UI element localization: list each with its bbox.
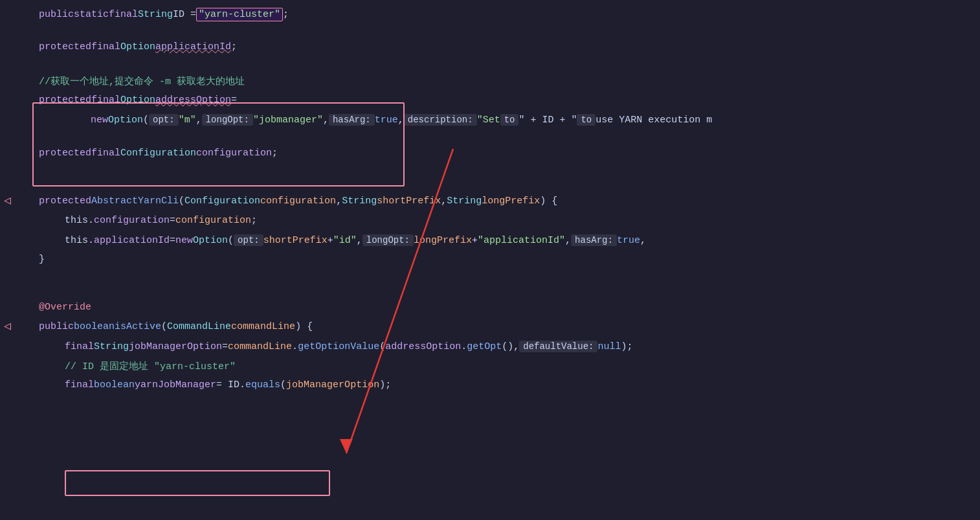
code-line-empty (0, 286, 980, 300)
code-line: @Override (0, 300, 980, 320)
to-keyword-2: to (577, 114, 596, 126)
code-line: final String jobManagerOption = commandL… (0, 339, 980, 359)
code-line: protected final Option addressOption = (0, 93, 980, 113)
gutter-marker: ◁ (4, 196, 13, 205)
code-line-empty (0, 26, 980, 40)
param-label-opt2: opt: (234, 234, 263, 246)
code-line-empty (0, 132, 980, 146)
code-line-empty (0, 272, 980, 286)
code-line: } (0, 253, 980, 272)
string-yarn-cluster: "yarn-cluster" (196, 8, 283, 21)
code-line: final boolean yarnJobManager = ID. equal… (0, 378, 980, 398)
code-line: ◁ protected AbstractYarnCli ( Configurat… (0, 194, 980, 214)
to-keyword-1: to (500, 114, 519, 126)
code-line-comment-cn2: // ID 是固定地址 "yarn-cluster" (0, 359, 980, 378)
param-label-opt: opt: (149, 114, 179, 126)
code-line: protected final Option applicationId ; (0, 40, 980, 60)
annotation-box-2 (65, 470, 330, 496)
code-line: this. applicationId = new Option ( opt: … (0, 233, 980, 253)
param-label-longopt2: longOpt: (362, 234, 414, 246)
code-line-comment: //获取一个地址,提交命令 -m 获取老大的地址 (0, 74, 980, 93)
param-label-hasarg: hasArg: (329, 114, 375, 126)
code-line-empty (0, 180, 980, 194)
svg-marker-1 (340, 439, 353, 453)
gutter-marker-2: ◁ (4, 321, 13, 330)
code-editor: public static final String ID = "yarn-cl… (0, 0, 980, 520)
code-line-empty (0, 166, 980, 180)
code-line: this. configuration = configuration ; (0, 214, 980, 233)
param-label-description: description: (404, 114, 477, 126)
code-line: new Option ( opt: "m" , longOpt: "jobman… (0, 113, 980, 132)
code-line: ◁ public boolean isActive ( CommandLine … (0, 320, 980, 339)
param-label-hasarg2: hasArg: (571, 234, 617, 246)
param-label-longopt: longOpt: (202, 114, 253, 126)
param-label-defaultvalue: defaultValue: (519, 341, 597, 352)
code-line: protected final Configuration configurat… (0, 146, 980, 166)
code-line: public static final String ID = "yarn-cl… (0, 6, 980, 26)
code-line-empty (0, 60, 980, 74)
